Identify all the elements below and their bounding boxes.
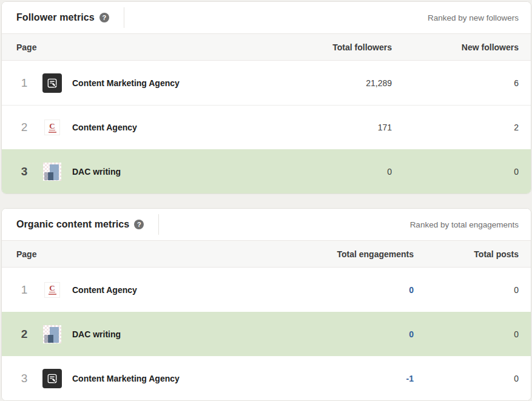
table-row: 1 C Content Agency 0 0 (2, 268, 531, 312)
page-name: Content Agency (72, 123, 289, 132)
content-marketing-agency-logo-icon (42, 369, 62, 388)
table-header-row: Page Total followers New followers (2, 33, 531, 61)
content-agency-logo-icon: C (45, 283, 59, 297)
follower-metrics-header: Follower metrics ? Ranked by new followe… (2, 2, 531, 33)
help-icon[interactable]: ? (134, 220, 144, 229)
ranked-by-label: Ranked by total engagements (410, 220, 519, 229)
rank-number: 1 (16, 283, 32, 297)
rank-number: 1 (16, 76, 32, 90)
total-followers-value: 171 (289, 123, 392, 132)
page-name: DAC writing (72, 329, 311, 339)
new-followers-value: 2 (392, 123, 519, 132)
column-header-total-followers: Total followers (289, 42, 392, 52)
new-followers-value: 6 (392, 78, 519, 88)
page-name: Content Marketing Agency (72, 374, 311, 383)
total-posts-value: 0 (414, 374, 519, 383)
total-engagements-value[interactable]: 0 (311, 329, 414, 339)
table-row-highlighted: 2 DAC writing 0 0 (2, 312, 531, 356)
page-logo-cell (32, 325, 72, 343)
page-name: Content Marketing Agency (72, 78, 289, 88)
table-row: 1 Content Marketing Agency 21,289 6 (2, 61, 531, 105)
new-followers-value: 0 (392, 167, 519, 177)
page-name: DAC writing (72, 167, 289, 177)
total-engagements-value[interactable]: 0 (311, 285, 414, 295)
rank-number: 2 (16, 121, 32, 134)
help-icon[interactable]: ? (99, 13, 109, 22)
page-logo-cell (32, 369, 72, 388)
column-header-new-followers: New followers (392, 42, 519, 52)
title-group: Follower metrics ? (16, 12, 124, 23)
rank-number: 3 (16, 372, 32, 385)
rank-number: 3 (16, 165, 32, 178)
card-title: Follower metrics (16, 12, 95, 23)
table-row: 3 Content Marketing Agency -1 0 (2, 356, 531, 400)
column-header-page: Page (16, 42, 289, 52)
dac-writing-logo-icon (43, 163, 61, 181)
page-logo-cell: C (32, 283, 72, 297)
ranked-by-label: Ranked by new followers (428, 13, 519, 22)
total-followers-value: 0 (289, 167, 392, 177)
organic-content-header: Organic content metrics ? Ranked by tota… (2, 209, 531, 240)
title-divider (158, 214, 159, 235)
page-name: Content Agency (72, 285, 311, 295)
column-header-total-engagements: Total engagements (311, 249, 414, 259)
column-header-total-posts: Total posts (414, 249, 519, 259)
organic-content-metrics-card: Organic content metrics ? Ranked by tota… (1, 208, 531, 401)
analytics-page: Follower metrics ? Ranked by new followe… (0, 0, 532, 401)
rank-number: 2 (16, 328, 32, 341)
page-logo-cell (32, 163, 72, 181)
title-group: Organic content metrics ? (16, 219, 158, 230)
table-header-row: Page Total engagements Total posts (2, 240, 531, 268)
page-logo-cell (32, 73, 72, 93)
table-row-highlighted: 3 DAC writing 0 0 (2, 149, 531, 194)
table-row: 2 C Content Agency 171 2 (2, 105, 531, 149)
total-posts-value: 0 (414, 285, 519, 295)
total-engagements-value[interactable]: -1 (311, 374, 414, 383)
page-logo-cell: C (32, 120, 72, 135)
column-header-page: Page (16, 249, 311, 259)
content-agency-logo-icon: C (45, 120, 59, 135)
title-divider (124, 7, 124, 28)
total-followers-value: 21,289 (289, 78, 392, 88)
follower-metrics-card: Follower metrics ? Ranked by new followe… (1, 1, 531, 194)
total-posts-value: 0 (414, 329, 519, 339)
dac-writing-logo-icon (43, 325, 61, 343)
card-title: Organic content metrics (16, 219, 129, 230)
content-marketing-agency-logo-icon (42, 73, 62, 93)
